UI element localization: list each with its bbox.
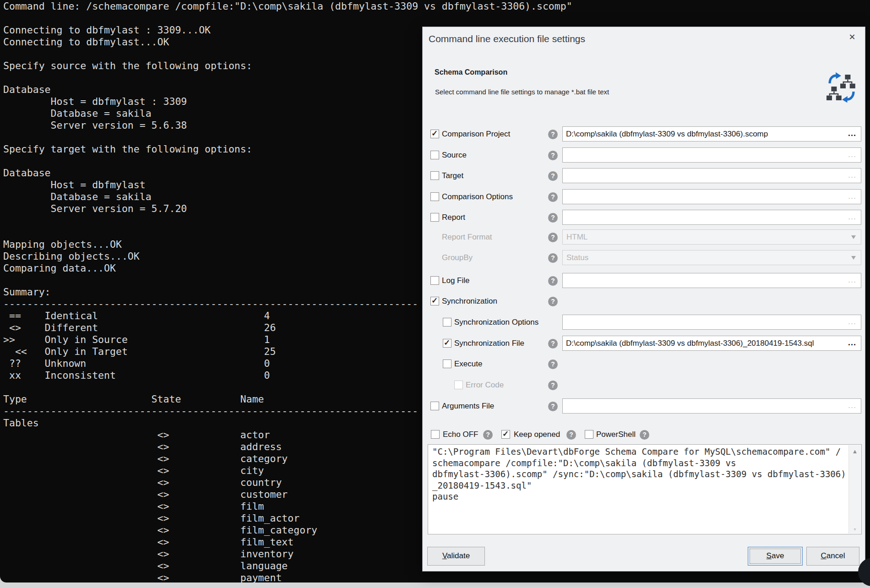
validate-button[interactable]: Validate bbox=[427, 547, 485, 566]
execute-checkbox[interactable] bbox=[443, 359, 451, 368]
bat-text-area[interactable]: "C:\Program Files\Devart\dbForge Schema … bbox=[428, 444, 862, 534]
dialog-title: Command line execution file settings bbox=[429, 33, 585, 44]
help-icon[interactable]: ? bbox=[548, 130, 558, 139]
browse-ellipsis-icon[interactable]: … bbox=[848, 147, 857, 161]
help-icon[interactable]: ? bbox=[548, 402, 558, 411]
comparison-project-label: Comparison Project bbox=[442, 130, 510, 139]
row-groupby: GroupBy ? Status bbox=[423, 250, 866, 266]
comparison-project-input[interactable]: D:\comp\sakila (dbfmylast-3309 vs dbfmyl… bbox=[562, 126, 861, 142]
browse-ellipsis-icon[interactable]: … bbox=[848, 126, 857, 140]
help-icon[interactable]: ? bbox=[548, 359, 558, 369]
synchronization-options-checkbox[interactable] bbox=[443, 318, 451, 327]
help-icon[interactable]: ? bbox=[548, 233, 558, 242]
source-input[interactable]: … bbox=[562, 147, 861, 163]
error-code-label: Error Code bbox=[466, 381, 504, 390]
report-label: Report bbox=[442, 213, 465, 222]
help-icon[interactable]: ? bbox=[548, 192, 558, 202]
help-icon[interactable]: ? bbox=[548, 151, 558, 160]
target-checkbox[interactable] bbox=[430, 171, 439, 180]
synchronization-file-label: Synchronization File bbox=[454, 339, 524, 348]
cancel-button[interactable]: Cancel bbox=[806, 547, 859, 566]
browse-ellipsis-icon[interactable]: … bbox=[848, 168, 857, 182]
comparison-options-input[interactable]: … bbox=[562, 189, 861, 204]
comparison-project-checkbox[interactable] bbox=[430, 130, 439, 138]
arguments-file-label: Arguments File bbox=[442, 402, 494, 411]
browse-ellipsis-icon[interactable]: … bbox=[848, 189, 857, 203]
chevron-down-icon bbox=[851, 256, 856, 262]
schema-comparison-heading: Schema Comparison bbox=[435, 68, 507, 76]
synchronization-label: Synchronization bbox=[442, 297, 497, 306]
report-checkbox[interactable] bbox=[430, 213, 439, 222]
row-target: Target ? … bbox=[423, 168, 866, 184]
browse-ellipsis-icon[interactable]: … bbox=[848, 210, 857, 223]
chevron-down-icon bbox=[851, 235, 856, 241]
help-icon[interactable]: ? bbox=[548, 213, 558, 223]
bat-text: "C:\Program Files\Devart\dbForge Schema … bbox=[432, 446, 848, 502]
browse-ellipsis-icon[interactable]: … bbox=[848, 336, 857, 349]
command-line-settings-dialog: Command line execution file settings ✕ S… bbox=[422, 27, 865, 572]
help-icon[interactable]: ? bbox=[566, 430, 576, 440]
powershell-checkbox[interactable] bbox=[585, 430, 593, 439]
help-icon[interactable]: ? bbox=[548, 171, 558, 181]
source-label: Source bbox=[442, 151, 467, 160]
schema-compare-icon bbox=[826, 69, 857, 105]
browse-ellipsis-icon[interactable]: … bbox=[848, 398, 857, 412]
screen: Command line: /schemacompare /compfile:"… bbox=[0, 0, 870, 588]
row-synchronization-file: Synchronization File ? D:\comp\sakila (d… bbox=[423, 336, 866, 351]
scroll-up-icon[interactable]: ▲ bbox=[849, 448, 861, 455]
save-button[interactable]: Save bbox=[748, 547, 803, 566]
scroll-down-icon[interactable]: ▾ bbox=[849, 527, 861, 532]
synchronization-checkbox[interactable] bbox=[430, 297, 439, 305]
echo-off-label: Echo OFF bbox=[443, 430, 478, 439]
row-error-code: Error Code ? bbox=[423, 377, 866, 393]
powershell-label: PowerShell bbox=[596, 430, 636, 439]
groupby-select: Status bbox=[562, 250, 861, 265]
log-file-label: Log File bbox=[442, 276, 469, 285]
echo-off-checkbox[interactable] bbox=[431, 430, 440, 439]
help-icon[interactable]: ? bbox=[548, 339, 558, 348]
row-source: Source ? … bbox=[423, 147, 866, 163]
arguments-file-input[interactable]: … bbox=[562, 398, 861, 414]
row-synchronization-options: Synchronization Options ? … bbox=[423, 315, 866, 330]
scrollbar[interactable]: ▲ ▾ bbox=[848, 445, 861, 534]
help-icon[interactable]: ? bbox=[548, 253, 558, 263]
target-label: Target bbox=[442, 171, 463, 180]
row-comparison-project: Comparison Project ? D:\comp\sakila (dbf… bbox=[423, 126, 866, 142]
row-report-format: Report Format ? HTML bbox=[423, 229, 866, 245]
row-report: Report ? … bbox=[423, 210, 866, 225]
report-format-select: HTML bbox=[562, 229, 861, 245]
help-icon[interactable]: ? bbox=[548, 276, 558, 286]
dialog-subtitle: Select command line file settings to man… bbox=[435, 88, 609, 96]
comparison-options-label: Comparison Options bbox=[442, 192, 513, 201]
row-script-options: Echo OFF ? Keep opened ? PowerShell ? bbox=[423, 427, 866, 442]
comparison-options-checkbox[interactable] bbox=[430, 192, 439, 201]
help-icon[interactable]: ? bbox=[640, 430, 649, 440]
synchronization-options-label: Synchronization Options bbox=[454, 318, 538, 327]
keep-opened-checkbox[interactable] bbox=[501, 430, 510, 439]
synchronization-file-checkbox[interactable] bbox=[443, 339, 451, 348]
row-log-file: Log File ? … bbox=[423, 273, 866, 289]
row-comparison-options: Comparison Options ? … bbox=[423, 189, 866, 205]
browse-ellipsis-icon[interactable]: … bbox=[848, 273, 857, 287]
row-execute: Execute ? bbox=[423, 356, 866, 372]
arguments-file-checkbox[interactable] bbox=[430, 402, 439, 410]
browse-ellipsis-icon[interactable]: … bbox=[848, 315, 857, 328]
synchronization-options-input[interactable]: … bbox=[562, 315, 861, 330]
close-icon[interactable]: ✕ bbox=[846, 31, 859, 44]
report-format-label: Report Format bbox=[442, 233, 492, 242]
help-icon[interactable]: ? bbox=[548, 381, 558, 390]
help-icon[interactable]: ? bbox=[483, 430, 493, 440]
target-input[interactable]: … bbox=[562, 168, 861, 183]
row-arguments-file: Arguments File ? … bbox=[423, 398, 866, 414]
source-checkbox[interactable] bbox=[430, 151, 439, 159]
error-code-checkbox bbox=[454, 381, 463, 389]
report-input[interactable]: … bbox=[562, 210, 861, 225]
log-file-checkbox[interactable] bbox=[430, 276, 439, 285]
log-file-input[interactable]: … bbox=[562, 273, 861, 288]
groupby-label: GroupBy bbox=[442, 253, 473, 262]
execute-label: Execute bbox=[454, 359, 482, 369]
help-icon[interactable]: ? bbox=[548, 297, 558, 306]
row-synchronization: Synchronization ? bbox=[423, 294, 866, 309]
keep-opened-label: Keep opened bbox=[514, 430, 560, 439]
synchronization-file-input[interactable]: D:\comp\sakila (dbfmylast-3309 vs dbfmyl… bbox=[562, 336, 861, 351]
